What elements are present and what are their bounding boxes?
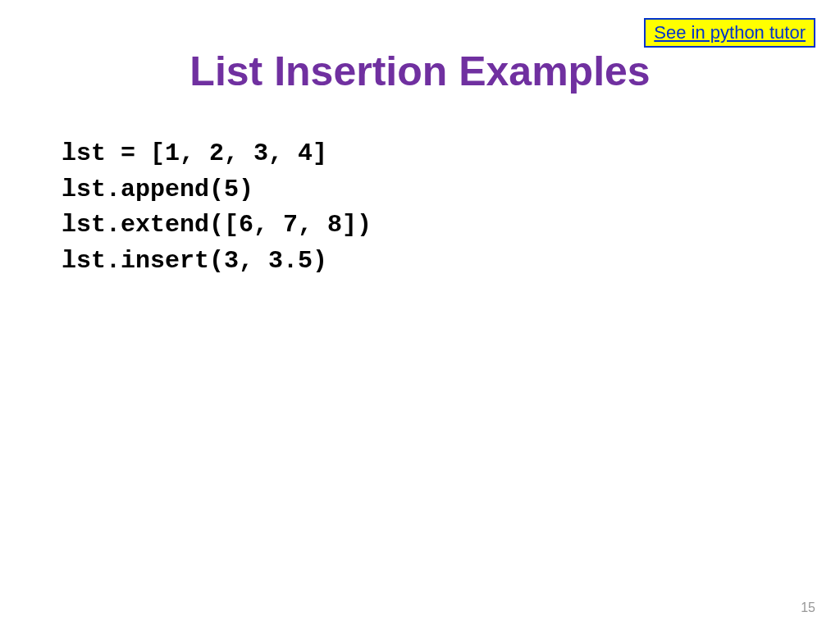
code-line: lst = [1, 2, 3, 4]	[62, 136, 840, 172]
code-line: lst.insert(3, 3.5)	[62, 244, 840, 280]
python-tutor-link[interactable]: See in python tutor	[644, 18, 815, 48]
slide-title: List Insertion Examples	[0, 48, 840, 95]
code-line: lst.append(5)	[62, 172, 840, 208]
code-block: lst = [1, 2, 3, 4] lst.append(5) lst.ext…	[62, 136, 840, 279]
code-line: lst.extend([6, 7, 8])	[62, 208, 840, 244]
page-number: 15	[801, 600, 815, 615]
